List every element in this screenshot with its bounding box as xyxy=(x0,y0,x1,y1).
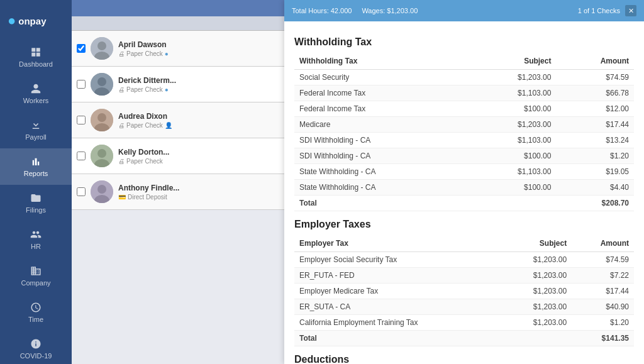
col-employer-tax: Employer Tax xyxy=(294,235,501,252)
tax-name: Social Security xyxy=(294,70,469,85)
tax-name: Employer Medicare Tax xyxy=(294,284,501,299)
tax-subject: $100.00 xyxy=(469,101,557,117)
tax-amount: $13.24 xyxy=(556,133,634,148)
sidebar-item-label: Payroll xyxy=(25,133,47,141)
tax-subject: $1,103.00 xyxy=(469,133,557,148)
worker-checkbox[interactable] xyxy=(77,80,86,89)
table-row: SDI Withholding - CA$1,103.00$13.24 xyxy=(294,133,634,148)
total-label: Total xyxy=(294,331,501,346)
sidebar-item-label: Company xyxy=(21,279,50,287)
avatar-image xyxy=(91,145,113,167)
tax-subject: $1,203.00 xyxy=(501,299,572,315)
tax-amount: $74.59 xyxy=(556,70,634,85)
sidebar-item-workers[interactable]: Workers xyxy=(0,75,72,112)
tax-amount: $1.20 xyxy=(556,148,634,164)
total-amount: $208.70 xyxy=(556,196,634,211)
sidebar-item-label: Time xyxy=(28,316,43,323)
svg-point-10 xyxy=(97,149,106,158)
print-icon: 🖨 xyxy=(118,86,125,93)
sidebar-item-company[interactable]: Company xyxy=(0,258,72,294)
table-row: Employer Medicare Tax$1,203.00$17.44 xyxy=(294,284,634,299)
tax-amount: $1.20 xyxy=(572,315,634,331)
detail-body: Withholding Tax Withholding Tax Subject … xyxy=(284,21,644,364)
sidebar-item-hr[interactable]: HR xyxy=(0,221,72,258)
sidebar-item-payroll[interactable]: Payroll xyxy=(0,112,72,148)
sidebar-item-label: HR xyxy=(31,243,41,250)
tax-amount: $74.59 xyxy=(572,252,634,268)
col-subject: Subject xyxy=(501,235,572,252)
svg-point-7 xyxy=(97,113,106,122)
col-subject: Subject xyxy=(469,53,557,70)
sidebar-item-label: Dashboard xyxy=(19,60,53,68)
sidebar-item-label: COVID-19 xyxy=(20,352,52,360)
table-row: California Employment Training Tax$1,203… xyxy=(294,315,634,331)
avatar-image xyxy=(91,37,113,60)
print-icon: 🖨 xyxy=(118,158,125,165)
deposit-icon: 💳 xyxy=(118,194,126,201)
tax-subject: $1,203.00 xyxy=(501,284,572,299)
tax-name: Medicare xyxy=(294,117,469,133)
tax-subject: $1,203.00 xyxy=(501,268,572,284)
svg-point-1 xyxy=(97,41,106,50)
avatar xyxy=(91,73,113,96)
tax-amount: $17.44 xyxy=(556,117,634,133)
tax-amount: $19.05 xyxy=(556,164,634,180)
tax-subject: $1,203.00 xyxy=(501,315,572,331)
close-button[interactable]: ✕ xyxy=(625,5,636,16)
avatar xyxy=(91,180,113,203)
tax-name: Federal Income Tax xyxy=(294,101,469,117)
bar-chart-icon xyxy=(30,156,42,167)
tax-subject: $100.00 xyxy=(469,180,557,196)
total-row: Total$141.35 xyxy=(294,331,634,346)
avatar xyxy=(91,37,113,60)
sidebar-item-label: Reports xyxy=(24,170,48,177)
table-row: State Withholding - CA$100.00$4.40 xyxy=(294,180,634,196)
worker-checkbox[interactable] xyxy=(77,44,86,53)
table-row: Social Security$1,203.00$74.59 xyxy=(294,70,634,85)
sidebar-item-time[interactable]: Time xyxy=(0,294,72,331)
avatar xyxy=(91,109,113,131)
sidebar-item-label: Workers xyxy=(23,97,49,104)
total-label: Total xyxy=(294,196,469,211)
avatar-image xyxy=(91,109,113,131)
tax-name: California Employment Training Tax xyxy=(294,315,501,331)
worker-checkbox[interactable] xyxy=(77,152,86,160)
table-row: ER_SUTA - CA$1,203.00$40.90 xyxy=(294,299,634,315)
employer-taxes-table: Employer Tax Subject Amount Employer Soc… xyxy=(294,235,634,346)
svg-point-4 xyxy=(97,77,106,86)
header-nav: 1 of 1 Checks ✕ xyxy=(578,5,636,16)
tax-amount: $17.44 xyxy=(572,284,634,299)
tax-subject: $1,203.00 xyxy=(469,70,557,85)
worker-checkbox[interactable] xyxy=(77,116,86,124)
sidebar-item-reports[interactable]: Reports xyxy=(0,148,72,185)
table-row: State Withholding - CA$1,103.00$19.05 xyxy=(294,164,634,180)
tax-name: SDI Withholding - CA xyxy=(294,133,469,148)
tax-subject: $1,103.00 xyxy=(469,164,557,180)
building-icon xyxy=(30,265,42,277)
print-icon: 🖨 xyxy=(118,122,125,129)
table-row: Federal Income Tax$1,103.00$66.78 xyxy=(294,85,634,101)
tax-subject: $1,103.00 xyxy=(469,85,557,101)
header-info: Total Hours: 42.000 Wages: $1,203.00 xyxy=(292,7,418,14)
tax-name: ER_FUTA - FED xyxy=(294,268,501,284)
sidebar-item-filings[interactable]: Filings xyxy=(0,185,72,221)
grid-icon xyxy=(30,47,42,58)
tax-amount: $40.90 xyxy=(572,299,634,315)
sidebar-item-covid19[interactable]: COVID-19 xyxy=(0,331,72,364)
sidebar-item-dashboard[interactable]: Dashboard xyxy=(0,39,72,75)
sidebar-item-label: Filings xyxy=(26,206,46,214)
folder-icon xyxy=(30,192,42,204)
tax-subject: $100.00 xyxy=(469,148,557,164)
sidebar: ● onpay Dashboard Workers Payroll Report… xyxy=(0,0,72,364)
tax-subject: $1,203.00 xyxy=(469,117,557,133)
tax-amount: $66.78 xyxy=(556,85,634,101)
tax-subject: $1,203.00 xyxy=(501,252,572,268)
tax-name: ER_SUTA - CA xyxy=(294,299,501,315)
logo-text: onpay xyxy=(18,16,46,26)
tax-name: SDI Withholding - CA xyxy=(294,148,469,164)
tax-name: State Withholding - CA xyxy=(294,164,469,180)
detail-header: Total Hours: 42.000 Wages: $1,203.00 1 o… xyxy=(284,0,644,21)
worker-checkbox[interactable] xyxy=(77,187,86,196)
tax-amount: $7.22 xyxy=(572,268,634,284)
person-icon: 👤 xyxy=(165,122,172,129)
